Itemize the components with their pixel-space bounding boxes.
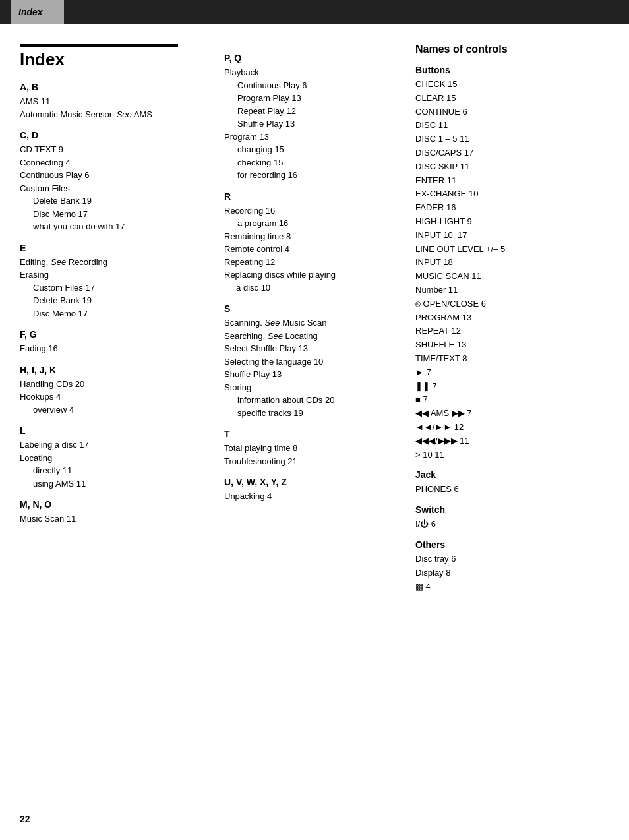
- ctrl-number: Number 11: [415, 284, 609, 297]
- controls-section-switch: Switch: [415, 504, 609, 515]
- ctrl-shuffle: SHUFFLE 13: [415, 338, 609, 352]
- entry-repeating: Repeating 12: [224, 256, 402, 269]
- ctrl-phones: PHONES 6: [415, 483, 609, 496]
- ctrl-disc-skip: DISC SKIP 11: [415, 160, 609, 174]
- ctrl-input-10-17: INPUT 10, 17: [415, 229, 609, 243]
- ctrl-disc-caps: DISC/CAPS 17: [415, 146, 609, 160]
- entry-repeat-play: Repeat Play 12: [224, 105, 402, 118]
- ctrl-prev-next: ◀◀◀/▶▶▶ 11: [415, 435, 609, 448]
- controls-section-buttons: Buttons: [415, 65, 609, 75]
- entry-continuous-play: Continuous Play 6: [20, 169, 218, 182]
- entry-selecting-language: Selecting the language 10: [224, 355, 402, 369]
- tab-index: Index: [11, 0, 64, 24]
- right-column: Names of controls Buttons CHECK 15 CLEAR…: [402, 44, 609, 593]
- index-title-bar: [20, 44, 178, 47]
- top-bar: Index: [0, 0, 629, 24]
- ctrl-repeat: REPEAT 12: [415, 324, 609, 338]
- ctrl-high-light: HIGH-LIGHT 9: [415, 215, 609, 229]
- left-column: Index A, B AMS 11 Automatic Music Sensor…: [20, 44, 218, 593]
- ctrl-input-18: INPUT 18: [415, 256, 609, 270]
- ctrl-pause: ❚❚ 7: [415, 380, 609, 394]
- ctrl-power: I/⏻ 6: [415, 518, 609, 531]
- entry-remote-control: Remote control 4: [224, 243, 402, 256]
- ctrl-gt-10: > 10 11: [415, 448, 609, 462]
- entry-hookups: Hookups 4: [20, 390, 218, 404]
- entry-total-playing-time: Total playing time 8: [224, 442, 402, 455]
- entry-continuous-play-mid: Continuous Play 6: [224, 79, 402, 92]
- entry-remaining-time: Remaining time 8: [224, 230, 402, 243]
- entry-storing: Storing: [224, 381, 402, 394]
- ctrl-play: ► 7: [415, 366, 609, 380]
- middle-column: P, Q Playback Continuous Play 6 Program …: [218, 44, 402, 593]
- entry-locating-using-ams: using AMS 11: [20, 477, 218, 491]
- ctrl-fader: FADER 16: [415, 201, 609, 215]
- entry-shuffle-play: Shuffle Play 13: [224, 368, 402, 381]
- entry-erasing-delete-bank: Delete Bank 19: [20, 294, 218, 307]
- controls-entries-switch: I/⏻ 6: [415, 518, 609, 531]
- controls-entries-jack: PHONES 6: [415, 483, 609, 496]
- section-header-mno: M, N, O: [20, 499, 218, 510]
- entry-hijk: Handling CDs 20 Hookups 4 overview 4: [20, 378, 218, 417]
- ctrl-clear: CLEAR 15: [415, 92, 609, 105]
- section-header-l: L: [20, 425, 218, 436]
- entry-changing: changing 15: [224, 143, 402, 156]
- entry-checking: checking 15: [224, 156, 402, 169]
- entry-disc-memo: Disc Memo 17: [20, 208, 218, 221]
- ctrl-line-out-level: LINE OUT LEVEL +/– 5: [415, 243, 609, 256]
- entry-cd-text: CD TEXT 9: [20, 143, 218, 156]
- entry-playback: Playback: [224, 66, 402, 79]
- controls-section-jack: Jack: [415, 469, 609, 480]
- section-header-cd: C, D: [20, 130, 218, 140]
- entry-ab: AMS 11 Automatic Music Sensor. See AMS: [20, 95, 218, 121]
- entry-delete-bank: Delete Bank 19: [20, 195, 218, 208]
- controls-section-others: Others: [415, 539, 609, 550]
- entry-erasing-custom-files: Custom Files 17: [20, 282, 218, 295]
- entry-labeling: Labeling a disc 17: [20, 438, 218, 452]
- entry-locating-directly: directly 11: [20, 464, 218, 477]
- controls-entries-others: Disc tray 6 Display 8 ▩ 4: [415, 553, 609, 593]
- entry-e: Editing. See Recording Erasing Custom Fi…: [20, 256, 218, 320]
- controls-title: Names of controls: [415, 44, 609, 55]
- entry-recording: Recording 16: [224, 204, 402, 218]
- section-header-pq: P, Q: [224, 53, 402, 63]
- entry-select-shuffle-play: Select Shuffle Play 13: [224, 342, 402, 355]
- ctrl-program: PROGRAM 13: [415, 311, 609, 325]
- section-header-hijk: H, I, J, K: [20, 365, 218, 375]
- entry-program: Program 13: [224, 131, 402, 144]
- entry-erasing: Erasing: [20, 268, 218, 282]
- controls-entries-buttons: CHECK 15 CLEAR 15 CONTINUE 6 DISC 11 DIS…: [415, 78, 609, 462]
- ctrl-ams: ◀◀ AMS ▶▶ 7: [415, 407, 609, 421]
- entry-r: Recording 16 a program 16 Remaining time…: [224, 204, 402, 295]
- entry-custom-files: Custom Files: [20, 182, 218, 195]
- entry-handling-cds: Handling CDs 20: [20, 378, 218, 391]
- ctrl-disc-tray: Disc tray 6: [415, 553, 609, 566]
- ctrl-open-close: ⎋ OPEN/CLOSE 6: [415, 297, 609, 311]
- section-header-e: E: [20, 243, 218, 253]
- entry-locating: Locating: [20, 452, 218, 465]
- entry-troubleshooting: Troubleshooting 21: [224, 455, 402, 468]
- entry-program-play: Program Play 13: [224, 92, 402, 105]
- entry-shuffle-play-mid: Shuffle Play 13: [224, 117, 402, 131]
- entry-cd: CD TEXT 9 Connecting 4 Continuous Play 6…: [20, 143, 218, 233]
- entry-fg: Fading 16: [20, 342, 218, 355]
- entry-a-program: a program 16: [224, 217, 402, 230]
- ctrl-enter: ENTER 11: [415, 174, 609, 188]
- ctrl-rw-ff: ◄◄/►► 12: [415, 421, 609, 435]
- entry-s: Scanning. See Music Scan Searching. See …: [224, 316, 402, 419]
- entry-l: Labeling a disc 17 Locating directly 11 …: [20, 438, 218, 490]
- entry-t: Total playing time 8 Troubleshooting 21: [224, 442, 402, 467]
- entry-automatic-music-sensor: Automatic Music Sensor. See AMS: [20, 108, 218, 121]
- entry-info-about-cds: information about CDs 20: [224, 394, 402, 407]
- entry-for-recording: for recording 16: [224, 169, 402, 182]
- entry-what-you-can-do: what you can do with 17: [20, 220, 218, 233]
- index-title: Index: [20, 49, 218, 70]
- main-content: Index A, B AMS 11 Automatic Music Sensor…: [0, 24, 629, 613]
- entry-erasing-disc-memo: Disc Memo 17: [20, 307, 218, 320]
- ctrl-stop: ■ 7: [415, 393, 609, 407]
- section-header-t: T: [224, 429, 402, 439]
- section-header-ab: A, B: [20, 82, 218, 92]
- entry-fading: Fading 16: [20, 342, 218, 355]
- entry-connecting: Connecting 4: [20, 156, 218, 169]
- section-header-uvwxyz: U, V, W, X, Y, Z: [224, 477, 402, 487]
- section-header-s: S: [224, 303, 402, 314]
